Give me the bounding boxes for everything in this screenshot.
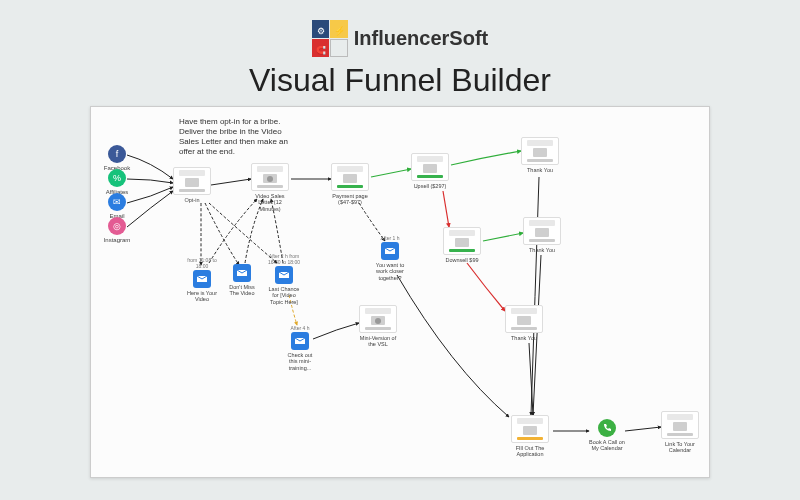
- page-label: Link To Your Calendar: [661, 441, 699, 454]
- source-facebook[interactable]: f Facebook: [101, 145, 133, 171]
- email-timing: After 2 h from 16:30 to 18:00: [267, 253, 301, 265]
- affiliates-icon: %: [108, 169, 126, 187]
- email-timing: from 11:08 to 18:00: [185, 257, 219, 269]
- page-mini-vsl[interactable]: Mini-Version of the VSL: [359, 305, 397, 348]
- page-label: Payment page ($47-$97): [331, 193, 369, 206]
- source-affiliates[interactable]: % Affiliates: [101, 169, 133, 195]
- email-dont-miss[interactable]: Don't Miss The Video: [225, 263, 259, 297]
- funnel-canvas[interactable]: Have them opt-in for a bribe. Deliver th…: [91, 107, 709, 477]
- email-timing: After 4 h: [283, 325, 317, 331]
- email-label: You want to work closer together?: [373, 262, 407, 281]
- page-vsl[interactable]: Video Sales Letter (12 Minutes): [251, 163, 289, 212]
- phone-label: Book A Call on My Calendar: [589, 439, 625, 452]
- page-label: Downsell $99: [443, 257, 481, 263]
- page-downsell[interactable]: Downsell $99: [443, 227, 481, 263]
- brand: InfluencerSoft: [312, 20, 488, 56]
- email-last-chance[interactable]: After 2 h from 16:30 to 18:00 Last Chanc…: [267, 253, 301, 305]
- envelope-icon: [233, 264, 251, 282]
- email-label: Don't Miss The Video: [225, 284, 259, 297]
- facebook-icon: f: [108, 145, 126, 163]
- header: InfluencerSoft Visual Funnel Builder: [0, 0, 800, 99]
- source-email[interactable]: ✉ Email: [101, 193, 133, 219]
- page-thankyou-1[interactable]: Thank You: [521, 137, 559, 173]
- email-label: Here is Your Video: [185, 290, 219, 303]
- page-thankyou-2[interactable]: Thank You: [523, 217, 561, 253]
- page-label: Opt-in: [173, 197, 211, 203]
- phone-book-call[interactable]: Book A Call on My Calendar: [589, 419, 625, 452]
- source-label: Instagram: [101, 237, 133, 243]
- email-here-is-video[interactable]: from 11:08 to 18:00 Here is Your Video: [185, 257, 219, 303]
- email-label: Check out this mini-training...: [283, 352, 317, 371]
- envelope-icon: [275, 266, 293, 284]
- page-application[interactable]: FIll Out The Application: [511, 415, 549, 458]
- brand-logo-icon: [312, 20, 348, 56]
- email-label: Last Chance for [Video Topic Here]: [267, 286, 301, 305]
- page-upsell[interactable]: Upsell ($297): [411, 153, 449, 189]
- canvas-frame: Have them opt-in for a bribe. Deliver th…: [90, 106, 710, 478]
- brand-name: InfluencerSoft: [354, 27, 488, 50]
- page-payment[interactable]: Payment page ($47-$97): [331, 163, 369, 206]
- email-timing: After 1 h: [373, 235, 407, 241]
- email-icon: ✉: [108, 193, 126, 211]
- page-label: Upsell ($297): [411, 183, 449, 189]
- play-icon: [375, 318, 381, 324]
- email-checkout-mini[interactable]: After 4 h Check out this mini-training..…: [283, 325, 317, 371]
- page-label: Mini-Version of the VSL: [359, 335, 397, 348]
- envelope-icon: [381, 242, 399, 260]
- page-label: Thank You: [521, 167, 559, 173]
- play-icon: [267, 176, 273, 182]
- page-label: Thank You: [505, 335, 543, 341]
- page-label: Thank You: [523, 247, 561, 253]
- page-label: FIll Out The Application: [511, 445, 549, 458]
- envelope-icon: [193, 270, 211, 288]
- page-label: Video Sales Letter (12 Minutes): [251, 193, 289, 212]
- page-title: Visual Funnel Builder: [0, 62, 800, 99]
- page-calendar-link[interactable]: Link To Your Calendar: [661, 411, 699, 454]
- source-instagram[interactable]: ◎ Instagram: [101, 217, 133, 243]
- envelope-icon: [291, 332, 309, 350]
- page-thankyou-3[interactable]: Thank You: [505, 305, 543, 341]
- email-work-closer[interactable]: After 1 h You want to work closer togeth…: [373, 235, 407, 281]
- page-optin[interactable]: Opt-in: [173, 167, 211, 203]
- instagram-icon: ◎: [108, 217, 126, 235]
- phone-icon: [598, 419, 616, 437]
- instruction-note: Have them opt-in for a bribe. Deliver th…: [179, 117, 299, 157]
